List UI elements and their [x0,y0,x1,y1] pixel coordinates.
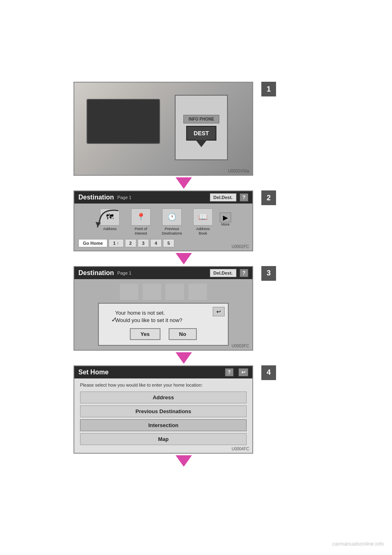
arrow-bottom [176,455,192,467]
step-2-row: Destination Page 1 Del.Dest. ? [74,190,318,251]
step-number-3: 3 [261,266,276,281]
image-code-3: U0003FC [232,344,249,348]
dialog-text: Your home is not set. Would you like to … [107,309,220,324]
icons-with-arrow: 🗺 Address 📍 Point ofInterest 🕐 Previous [96,208,231,236]
menu-icons-row: 🗺 Address 📍 Point ofInterest 🕐 Previous [78,208,248,236]
button-panel: INFO PHONE DEST [175,95,228,160]
step-3-del-dest[interactable]: Del.Dest. [210,269,236,277]
step-3-row: Destination Page 1 Del.Dest. ? [74,266,318,351]
dest-button[interactable]: DEST [186,126,216,141]
tab-go-home[interactable]: Go Home [78,239,107,247]
step-1-content: INFO PHONE DEST U0002VNIa [74,82,257,176]
intersection-option[interactable]: Intersection [80,419,247,431]
prev-dest-label: PreviousDestinations [162,227,182,236]
step-4-header: Set Home ? ↩ [74,366,252,378]
no-button[interactable]: No [169,328,197,340]
prev-dest-icon: 🕐 [162,208,182,226]
image-code-2: U0002FC [232,244,249,249]
arrow-1-2 [176,177,192,189]
help-button-3[interactable]: ? [240,269,248,277]
dialog-line1: Your home is not set. [115,310,165,316]
tab-4[interactable]: 4 [150,239,162,247]
watermark: carmanualsonline.info [332,541,384,547]
curved-arrow-svg [94,206,122,231]
step-4-title: Set Home [78,369,109,376]
arrow-3-4 [176,352,192,364]
step-number-1: 1 [261,82,276,96]
arrow-down-icon-2 [176,253,192,264]
del-dest-button[interactable]: Del.Dest. [210,193,236,201]
dashboard-screen [87,99,160,144]
step-1-image: INFO PHONE DEST U0002VNIa [74,82,253,176]
step-2-title: Destination [78,194,114,201]
steps-area: INFO PHONE DEST U0002VNIa 1 [74,82,318,468]
poi-label: Point ofInterest [135,227,147,236]
address-book-label: AddressBook [196,227,209,236]
address-book-icon: 📖 [193,208,213,226]
step-3-screen: Destination Page 1 Del.Dest. ? [74,266,253,351]
step-4-screen: Set Home ? ↩ Please select how you would… [74,365,253,454]
step-2-body: 🗺 Address 📍 Point ofInterest 🕐 Previous [74,204,252,251]
menu-icon-prev-dest[interactable]: 🕐 PreviousDestinations [158,208,186,236]
step-4-content: Set Home ? ↩ Please select how you would… [74,365,257,454]
more-container: ▶ More [220,213,231,227]
address-option[interactable]: Address [80,392,247,403]
tab-1[interactable]: 1 ↑ [109,239,124,247]
help-button-2[interactable]: ? [240,193,248,201]
help-button-4[interactable]: ? [225,368,234,376]
step-4-row: Set Home ? ↩ Please select how you would… [74,365,318,454]
arrow-down-icon-4 [176,455,192,467]
more-label[interactable]: More [221,222,230,227]
blur-icon-2 [142,283,162,300]
image-code-4: U0004FC [232,447,249,451]
dialog-line2: Would you like to set it now? [115,317,183,323]
dialog-buttons: Yes No [107,328,220,340]
step-1-row: INFO PHONE DEST U0002VNIa 1 [74,82,318,176]
tab-3[interactable]: 3 [138,239,149,247]
page-container: INFO PHONE DEST U0002VNIa 1 [0,0,392,555]
arrow-2-3 [176,253,192,264]
dashboard: INFO PHONE DEST [74,83,252,175]
previous-destinations-option[interactable]: Previous Destinations [80,405,247,417]
dest-arrow [196,140,207,147]
more-arrow-icon: ▶ [220,213,231,222]
step-3-header: Destination Page 1 Del.Dest. ? [74,267,252,279]
step-4-body: Please select how you would like to ente… [74,378,252,453]
dest-label: DEST [194,130,209,137]
info-button: INFO PHONE [183,115,219,123]
step-3-content: Destination Page 1 Del.Dest. ? [74,266,257,351]
step-3-overlay: ↩ ✓ Your home is not set. Would you like… [74,279,252,350]
back-button-4[interactable]: ↩ [238,368,248,376]
step-2-page: Page 1 [117,195,131,200]
home-not-set-dialog: ↩ ✓ Your home is not set. Would you like… [98,303,229,346]
step-2-header: Destination Page 1 Del.Dest. ? [74,191,252,204]
bottom-tabs: Go Home 1 ↑ 2 3 4 5 [78,239,248,247]
step-number-4: 4 [261,365,276,380]
checkmark-icon: ✓ [111,315,117,324]
yes-button[interactable]: Yes [130,328,160,340]
blur-icon-1 [119,283,139,300]
arrow-down-icon [176,177,192,189]
tab-2[interactable]: 2 [125,239,136,247]
dialog-content: ✓ Your home is not set. Would you like t… [107,309,220,324]
step-number-2: 2 [261,190,276,205]
menu-icon-address-book[interactable]: 📖 AddressBook [189,208,217,236]
step-2-content: Destination Page 1 Del.Dest. ? [74,190,257,251]
blur-icon-3 [165,283,185,300]
step-3-page: Page 1 [117,271,131,275]
map-option[interactable]: Map [80,433,247,445]
blur-icon-4 [188,283,207,300]
step-2-screen: Destination Page 1 Del.Dest. ? [74,190,253,251]
menu-icon-poi[interactable]: 📍 Point ofInterest [127,208,155,236]
blurred-icons [78,283,248,300]
arrow-down-icon-3 [176,352,192,364]
tab-5[interactable]: 5 [163,239,174,247]
image-code-1: U0002VNIa [228,169,249,173]
poi-icon: 📍 [131,208,151,226]
prompt-text: Please select how you would like to ente… [80,383,247,387]
step-3-title: Destination [78,269,114,277]
